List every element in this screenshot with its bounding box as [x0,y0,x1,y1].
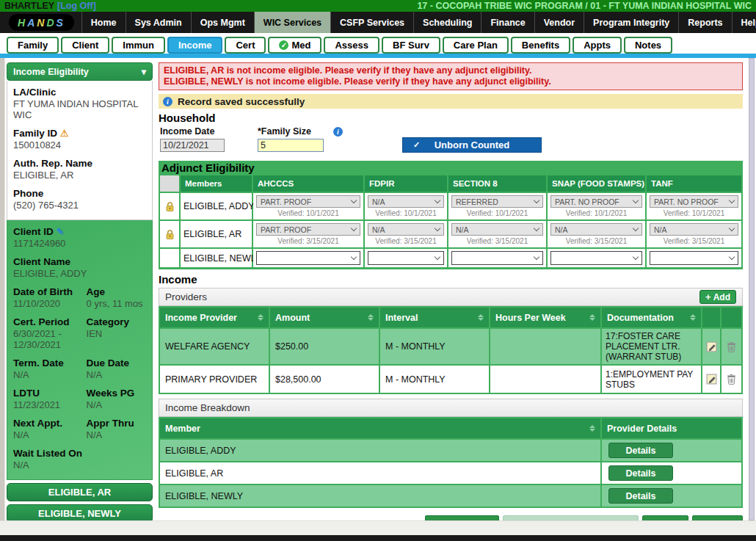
warning-icon[interactable]: ⚠ [60,128,69,139]
income-breakdown-bar: Income Breakdown [159,399,743,417]
edit-row-button[interactable] [702,329,720,364]
delete-row-button[interactable] [722,366,741,393]
lock-cell [160,221,179,247]
details-button[interactable]: Details [608,488,673,504]
nav-item-reports[interactable]: Reports [678,12,731,33]
tanf-select[interactable] [650,251,738,265]
ahcccs-select[interactable] [256,251,360,265]
nav-item-wic-services[interactable]: WIC Services [254,12,330,33]
logo-letter: A [27,17,37,29]
edit-icon[interactable]: ✎ [57,226,65,237]
tab-bf-surv[interactable]: BF Surv [382,37,440,54]
col-edit [702,308,720,327]
col-amount[interactable]: Amount [270,308,379,327]
chevron-down-icon [351,253,357,259]
ahcccs-select[interactable]: PART. PROOF [256,223,360,236]
tab-care-plan[interactable]: Care Plan [443,37,509,54]
nav-item-scheduling[interactable]: Scheduling [413,12,481,33]
verified-date: Verified: 3/15/2021 [451,237,543,245]
record-saved-banner: i Record saved successfully [159,94,743,109]
details-cell: Details [602,462,741,484]
plus-icon: + [705,291,711,302]
add-provider-button[interactable]: + Add [699,290,736,304]
col-documentation[interactable]: Documentation [602,308,701,327]
col-interval[interactable]: Interval [380,308,489,327]
edit-row-button[interactable] [702,366,720,393]
tab-family[interactable]: Family [7,37,59,54]
field-appr-thru: Appr Thru N/A [87,418,146,440]
field-label: Auth. Rep. Name [13,158,146,169]
field-phone: Phone (520) 765-4321 [13,188,146,211]
sidebar-section-dropdown[interactable]: Income Eligibility ▾ [7,62,153,81]
log-off-link[interactable]: [Log Off] [57,1,96,11]
income-breakdown-title: Income Breakdown [165,402,250,413]
nav-item-vendor[interactable]: Vendor [534,12,584,33]
income-date-input[interactable] [160,139,225,152]
nav-item-ops-mgmt[interactable]: Ops Mgmt [191,12,254,33]
sort-icon [589,425,595,432]
adjunct-cell [365,249,447,267]
section8-select[interactable]: N/A [451,223,543,236]
documentation-cell: 1:EMPLOYMENT PAY STUBS [602,366,701,393]
fdpir-select[interactable] [368,251,444,265]
tab-client[interactable]: Client [61,37,109,54]
tab-immun[interactable]: Immun [112,37,165,54]
nav-item-sys-admin[interactable]: Sys Admin [126,12,191,33]
verified-date: Verified: 3/15/2021 [550,237,642,245]
vertical-scrollbar[interactable] [749,58,755,520]
field-label: Weeks PG [87,388,146,399]
field-label: Client Name [13,256,146,267]
hands-logo: H A N D S [9,14,74,31]
delete-row-button[interactable] [722,329,741,364]
tab-benefits[interactable]: Benefits [511,37,570,54]
nav-item-help[interactable]: Help [732,12,756,33]
member-cell: ELIGIBLE, AR [160,462,600,484]
record-saved-text: Record saved successfully [178,96,305,107]
section8-select[interactable]: REFERRED [451,195,543,208]
col-hours-per-week[interactable]: Hours Per Week [490,308,600,327]
field-label: Term. Date [13,357,87,368]
fdpir-select[interactable]: N/A [368,223,444,236]
tanf-select[interactable]: N/A [650,223,738,236]
field-value: N/A [13,429,87,440]
edit-icon [706,374,717,385]
nav-item-finance[interactable]: Finance [481,12,534,33]
snap-select[interactable]: N/A [550,223,642,236]
col-provider-details: Provider Details [602,418,741,438]
details-button[interactable]: Details [608,465,673,481]
chevron-down-icon: ▾ [142,66,146,77]
fdpir-select[interactable]: N/A [368,195,444,208]
household-heading: Household [159,112,743,124]
tanf-select[interactable]: PART. NO PROOF [650,195,738,208]
nav-item-csfp-services[interactable]: CSFP Services [330,12,413,33]
family-size-input[interactable] [258,139,324,152]
field-value: IEN [87,328,146,339]
nav-item-program-integrity[interactable]: Program Integrity [584,12,678,33]
col-income-provider[interactable]: Income Provider [160,308,269,327]
adjunct-cell: N/A Verified: 3/15/2021 [448,221,546,247]
tab-income[interactable]: Income [167,37,223,54]
col-member[interactable]: Member [160,418,600,438]
col-fdpir: FDPIR [365,175,447,192]
member-button-eligible-ar[interactable]: ELIGIBLE, AR [7,483,153,501]
nav-item-home[interactable]: Home [81,12,126,33]
adjunct-cell: N/A Verified: 3/15/2021 [548,221,645,247]
tab-assess[interactable]: Assess [324,37,379,54]
sidebar-client-panel: Client ID✎ 1171424960 Client Name ELIGIB… [7,220,153,480]
tab-notes[interactable]: Notes [624,37,672,54]
info-icon: i [163,97,172,106]
tab-med[interactable]: ✓ Med [268,37,321,54]
section8-select[interactable] [451,251,543,265]
field-value: 11/10/2020 [13,298,87,309]
tab-cert[interactable]: Cert [225,37,266,54]
field-label: Cert. Period [13,316,87,327]
logo-letter: D [46,17,56,29]
field-value: N/A [87,399,146,410]
details-button[interactable]: Details [608,443,673,458]
snap-select[interactable] [550,251,642,265]
unborn-counted-button[interactable]: ✓ Unborn Counted [402,137,542,153]
ahcccs-select[interactable]: PART. PROOF [256,195,360,208]
tab-appts[interactable]: Appts [573,37,622,54]
snap-select[interactable]: PART. NO PROOF [550,195,642,208]
family-size-info-icon[interactable]: i [333,127,343,137]
